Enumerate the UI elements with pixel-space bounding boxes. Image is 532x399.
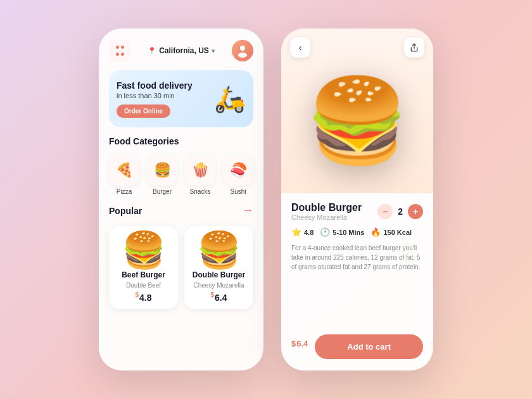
pin-icon: 📍 <box>148 47 156 55</box>
double-burger-name: Double Burger <box>193 270 245 279</box>
food-card-beef-burger[interactable]: 🍔 Beef Burger Double Beef $4.8 <box>109 226 178 309</box>
pizza-label: Pizza <box>117 188 132 195</box>
time-value: 5-10 Mins <box>332 229 364 236</box>
sushi-label: Sushi <box>230 188 246 195</box>
product-name-row: Double Burger Cheesy Mozarella − 2 + <box>291 202 423 221</box>
time-stat: 🕐 5-10 Mins <box>320 227 364 237</box>
promo-banner: Fast food delivery in less than 30 min O… <box>109 70 253 127</box>
burger-icon-wrap: 🍔 <box>147 155 177 186</box>
snacks-icon-wrap: 🍿 <box>185 155 215 186</box>
product-price: $6.4 <box>291 339 308 355</box>
fire-icon: 🔥 <box>370 227 381 237</box>
banner-subtitle: in less than 30 min <box>117 92 193 99</box>
product-stats: ⭐ 4.8 🕐 5-10 Mins 🔥 150 Kcal <box>291 227 423 237</box>
chevron-down-icon: ▾ <box>212 48 215 54</box>
menu-button[interactable] <box>109 40 130 61</box>
banner-text: Fast food delivery in less than 30 min O… <box>117 80 193 117</box>
category-sushi[interactable]: 🍣 Sushi <box>223 155 253 195</box>
beef-burger-sub: Double Beef <box>126 282 161 289</box>
product-main-image: 🍔 <box>306 79 408 162</box>
double-burger-sub: Cheesy Mozarella <box>193 282 244 289</box>
rating-stat: ⭐ 4.8 <box>291 227 314 237</box>
product-subtitle: Cheesy Mozarella <box>291 213 362 221</box>
popular-items-list: 🍔 Beef Burger Double Beef $4.8 🍔 Double … <box>109 226 253 309</box>
double-burger-price: $6.4 <box>210 291 227 303</box>
product-footer: $6.4 Add to cart <box>281 327 433 370</box>
calories-stat: 🔥 150 Kcal <box>370 227 412 237</box>
calories-value: 150 Kcal <box>383 229 412 236</box>
quantity-decrease-button[interactable]: − <box>377 204 393 219</box>
popular-header: Popular → <box>109 204 253 217</box>
quantity-value: 2 <box>398 206 403 217</box>
location-text: California, US <box>159 46 209 55</box>
categories-title: Food Categories <box>109 136 253 146</box>
snacks-label: Snacks <box>190 188 211 195</box>
location-badge[interactable]: 📍 California, US ▾ <box>148 46 215 55</box>
clock-icon: 🕐 <box>320 227 330 237</box>
quantity-controls: − 2 + <box>377 204 423 219</box>
add-to-cart-button[interactable]: Add to cart <box>315 334 423 359</box>
category-pizza[interactable]: 🍕 Pizza <box>109 155 139 195</box>
banner-title: Fast food delivery <box>117 80 193 91</box>
double-burger-image: 🍔 <box>197 232 241 268</box>
beef-burger-name: Beef Burger <box>122 270 165 279</box>
phones-container: 📍 California, US ▾ Fast food delivery in… <box>99 28 433 370</box>
product-description: For a 4-ounce cooked lean beef burger yo… <box>291 243 423 272</box>
banner-illustration: 🛵 <box>214 86 246 111</box>
product-info: Double Burger Cheesy Mozarella − 2 + ⭐ 4… <box>281 193 433 327</box>
pizza-icon-wrap: 🍕 <box>109 155 139 186</box>
quantity-increase-button[interactable]: + <box>408 204 423 219</box>
category-burger[interactable]: 🍔 Burger <box>147 155 177 195</box>
svg-point-1 <box>238 53 247 58</box>
sushi-icon-wrap: 🍣 <box>223 155 253 186</box>
beef-burger-image: 🍔 <box>122 232 166 268</box>
categories-list: 🍕 Pizza 🍔 Burger 🍿 Snacks 🍣 Sushi <box>109 155 253 195</box>
share-button[interactable] <box>404 37 424 58</box>
burger-label: Burger <box>153 188 172 195</box>
phone-header: 📍 California, US ▾ <box>109 40 253 61</box>
product-name: Double Burger <box>291 202 362 213</box>
category-snacks[interactable]: 🍿 Snacks <box>185 155 215 195</box>
product-image-area: ‹ 🍔 <box>281 28 433 193</box>
food-card-double-burger[interactable]: 🍔 Double Burger Cheesy Mozarella $6.4 <box>184 226 253 309</box>
popular-title: Popular <box>109 206 142 216</box>
svg-point-0 <box>240 46 245 51</box>
avatar[interactable] <box>232 40 253 61</box>
phone-right: ‹ 🍔 Double Burger Cheesy Mozarella <box>281 28 433 370</box>
see-all-arrow[interactable]: → <box>242 204 253 217</box>
star-icon: ⭐ <box>291 227 301 237</box>
order-online-button[interactable]: Order Online <box>117 104 170 118</box>
beef-burger-price: $4.8 <box>135 291 151 303</box>
back-button[interactable]: ‹ <box>290 37 310 58</box>
phone-left: 📍 California, US ▾ Fast food delivery in… <box>99 28 263 370</box>
rating-value: 4.8 <box>304 229 314 236</box>
